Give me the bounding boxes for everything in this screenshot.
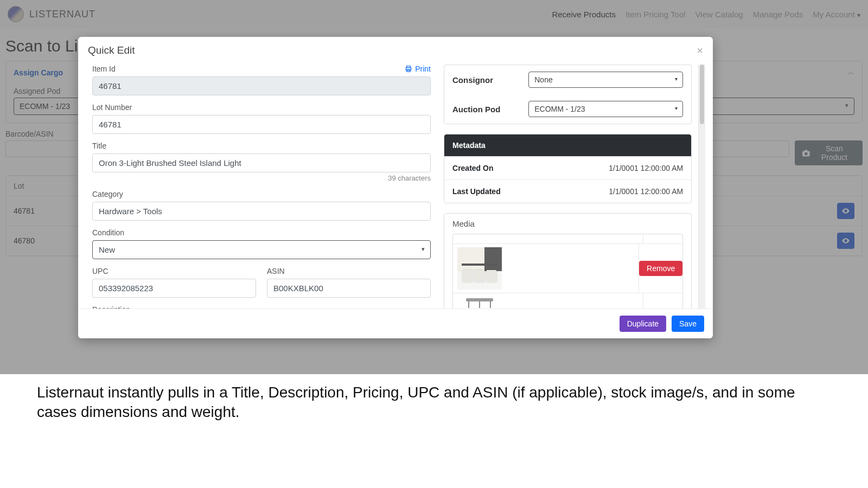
category-input[interactable] [92,202,431,221]
duplicate-button[interactable]: Duplicate [620,316,666,332]
asin-label: ASIN [267,267,285,275]
auction-pod-select[interactable]: ECOMM - 1/23 [528,101,683,117]
auction-pod-label: Auction Pod [452,105,500,114]
last-updated-value: 1/1/0001 12:00:00 AM [609,187,683,196]
consignor-select[interactable]: None [528,72,683,88]
print-link[interactable]: Print [405,65,431,73]
last-updated-label: Last Updated [452,187,501,196]
upc-input[interactable] [92,279,256,298]
modal-left-column: Item Id Print Lot Number Title 39 charac… [86,65,437,309]
remove-image-button[interactable]: Remove [639,261,682,276]
title-hint: 39 characters [92,174,431,182]
title-label: Title [92,142,106,150]
condition-label: Condition [92,228,124,237]
product-image-thumb[interactable] [457,295,502,308]
modal-scrollbar[interactable] [698,65,705,309]
lot-number-label: Lot Number [92,103,132,112]
condition-select[interactable]: New [92,240,431,259]
quick-edit-modal: Quick Edit × Item Id Print Lot Number [78,37,713,338]
media-header: Media [444,214,691,234]
item-id-input [92,76,431,95]
metadata-header: Metadata [444,134,691,156]
title-input[interactable] [92,153,431,172]
lot-number-input[interactable] [92,115,431,134]
close-icon[interactable]: × [697,44,703,57]
modal-right-column: Consignor None Auction Pod ECOMM - 1/23 … [437,65,698,309]
consignor-label: Consignor [452,75,493,85]
created-on-label: Created On [452,164,493,172]
category-label: Category [92,190,123,198]
description-label: Description [92,305,130,309]
save-button[interactable]: Save [672,316,704,332]
upc-label: UPC [92,267,108,275]
print-icon [405,65,412,73]
created-on-value: 1/1/0001 12:00:00 AM [609,164,683,172]
product-image-thumb[interactable] [457,247,502,290]
modal-title: Quick Edit [88,44,135,57]
item-id-label: Item Id [92,65,116,73]
caption-text: Listernaut instantly pulls in a Title, D… [37,383,831,422]
asin-input[interactable] [267,279,431,298]
